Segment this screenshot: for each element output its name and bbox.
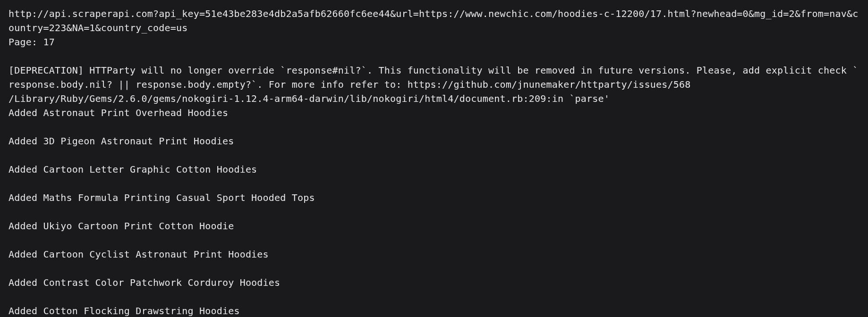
terminal-line: Added Maths Formula Printing Casual Spor… (9, 191, 859, 205)
terminal-line: [DEPRECATION] HTTParty will no longer ov… (9, 63, 859, 92)
terminal-line: Added 3D Pigeon Astronaut Print Hoodies (9, 134, 859, 148)
terminal-line (9, 120, 859, 134)
terminal-line: Added Cartoon Letter Graphic Cotton Hood… (9, 162, 859, 176)
terminal-line: http://api.scraperapi.com?api_key=51e43b… (9, 7, 859, 35)
terminal-line: Added Ukiyo Cartoon Print Cotton Hoodie (9, 219, 859, 233)
terminal-line (9, 261, 859, 275)
terminal-line: Added Astronaut Print Overhead Hoodies (9, 106, 859, 120)
terminal-output[interactable]: http://api.scraperapi.com?api_key=51e43b… (0, 0, 868, 317)
terminal-line: /Library/Ruby/Gems/2.6.0/gems/nokogiri-1… (9, 92, 859, 106)
terminal-line: Added Cotton Flocking Drawstring Hoodies (9, 304, 859, 317)
terminal-line (9, 49, 859, 63)
terminal-line: Added Cartoon Cyclist Astronaut Print Ho… (9, 247, 859, 261)
terminal-line: Added Contrast Color Patchwork Corduroy … (9, 275, 859, 290)
terminal-line (9, 233, 859, 247)
terminal-line (9, 205, 859, 219)
terminal-line (9, 176, 859, 191)
terminal-line (9, 148, 859, 162)
terminal-line: Page: 17 (9, 35, 859, 49)
terminal-line (9, 290, 859, 304)
